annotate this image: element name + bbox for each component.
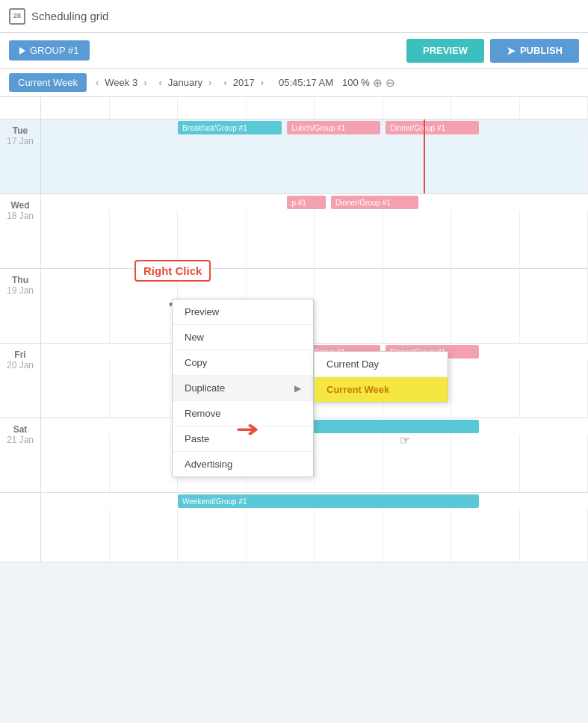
- breakfast-bar-tue[interactable]: Breakfast/Group #1: [178, 121, 282, 134]
- lunch-bar-tue[interactable]: Lunch/Group #1: [287, 121, 380, 134]
- zoom-group: 100 % ⊕ ⊖: [342, 76, 395, 90]
- weekend-bar-sun[interactable]: Weekend/Group #1: [178, 494, 479, 508]
- day-row-sun: Weekend/Group #1: [0, 493, 588, 562]
- header-cell-5: [315, 97, 383, 119]
- header-cell-3: [178, 97, 247, 119]
- group-triangle-icon: [19, 47, 25, 55]
- day-cells-sat[interactable]: Weekend/Group #1: [41, 418, 588, 492]
- meal-bars-tue: Breakfast/Group #1 Lunch/Group #1 Dinner…: [41, 121, 588, 136]
- year-nav: ‹ 2017 ›: [220, 75, 267, 90]
- scheduling-grid: Tue 17 Jan Breakfast/Group #1 Lunch/Grou…: [0, 97, 588, 562]
- day-cells-sun[interactable]: Weekend/Group #1: [41, 493, 588, 562]
- meal-bars-sat: Weekend/Group #1: [41, 420, 588, 435]
- zoom-in-icon[interactable]: ⊕: [373, 76, 383, 90]
- month-next-arrow[interactable]: ›: [205, 75, 214, 90]
- meal-bars-sun: Weekend/Group #1: [41, 494, 588, 509]
- arrow-indicator: ➜: [235, 417, 259, 441]
- week-nav: ‹ Week 3 ›: [93, 75, 150, 90]
- week-prev-arrow[interactable]: ‹: [93, 75, 102, 90]
- time-cells-tue: [41, 136, 588, 193]
- day-label-wed: Wed 18 Jan: [0, 194, 41, 268]
- day-cells-wed[interactable]: p #1 Dinner/Group #1: [41, 194, 588, 268]
- zoom-out-icon[interactable]: ⊖: [386, 76, 395, 90]
- day-label-fri: Fri 20 Jan: [0, 344, 41, 418]
- dinner-bar-tue[interactable]: Dinner/Group #1: [386, 121, 478, 134]
- page-title: 28 Scheduling grid: [9, 8, 108, 25]
- day-cells-thu[interactable]: [41, 269, 588, 343]
- calendar-icon: 28: [9, 8, 25, 25]
- context-item-duplicate[interactable]: Duplicate ▶: [173, 376, 313, 401]
- submenu-item-current-day[interactable]: Current Day: [315, 352, 448, 377]
- partial-bar-wed[interactable]: p #1: [287, 196, 325, 209]
- header-cell-7: [451, 97, 520, 119]
- duplicate-submenu: Current Day Current Week: [314, 351, 448, 403]
- day-row-wed: Wed 18 Jan p #1 Dinner/Group #1: [0, 194, 588, 269]
- nav-bar: Current Week ‹ Week 3 › ‹ January › ‹ 20…: [0, 69, 588, 97]
- publish-arrow-icon: ➤: [507, 45, 516, 57]
- year-prev-arrow[interactable]: ‹: [220, 75, 229, 90]
- label-col-header: [0, 97, 41, 119]
- right-click-label: Right Click: [134, 260, 211, 282]
- grid-header: [0, 97, 588, 120]
- day-label-sun: [0, 493, 41, 562]
- week-next-arrow[interactable]: ›: [140, 75, 149, 90]
- header-cells: [41, 97, 588, 119]
- context-item-new[interactable]: New: [173, 325, 313, 350]
- header-cell-6: [383, 97, 452, 119]
- context-item-preview[interactable]: Preview: [173, 300, 313, 325]
- time-cells-thu: [41, 269, 588, 343]
- duplicate-arrow-icon: ▶: [294, 383, 301, 394]
- context-item-copy[interactable]: Copy: [173, 350, 313, 376]
- time-cells-sat: [41, 435, 588, 492]
- context-menu: Preview New Copy Duplicate ▶ Remove Past…: [172, 299, 314, 477]
- day-label-thu: Thu 19 Jan: [0, 269, 41, 343]
- publish-button[interactable]: ➤ PUBLISH: [490, 39, 579, 63]
- month-nav: ‹ January ›: [156, 75, 215, 90]
- meal-bars-wed: p #1 Dinner/Group #1: [41, 196, 588, 211]
- context-item-advertising[interactable]: Advertising: [173, 452, 313, 477]
- month-prev-arrow[interactable]: ‹: [156, 75, 165, 90]
- toolbar-right: PREVIEW ➤ PUBLISH: [406, 39, 579, 63]
- header-cell-8: [520, 97, 589, 119]
- day-row-tue: Tue 17 Jan Breakfast/Group #1 Lunch/Grou…: [0, 120, 588, 194]
- top-bar: 28 Scheduling grid: [0, 0, 588, 33]
- day-cells-tue[interactable]: Breakfast/Group #1 Lunch/Group #1 Dinner…: [41, 120, 588, 193]
- submenu-item-current-week[interactable]: Current Week: [315, 377, 448, 402]
- time-display: 05:45:17 AM: [279, 77, 333, 88]
- day-label-sat: Sat 21 Jan: [0, 418, 41, 492]
- header-cell-2: [110, 97, 179, 119]
- day-label-tue: Tue 17 Jan: [0, 120, 41, 193]
- header-cell-1: [41, 97, 110, 119]
- dinner-bar-wed[interactable]: Dinner/Group #1: [331, 196, 418, 209]
- current-week-button[interactable]: Current Week: [9, 73, 87, 92]
- time-cells-sun: [41, 509, 588, 562]
- current-time-line: [424, 120, 425, 193]
- preview-button[interactable]: PREVIEW: [406, 39, 484, 63]
- year-next-arrow[interactable]: ›: [258, 75, 267, 90]
- submenu-cursor-icon: ☞: [400, 433, 410, 447]
- time-cells-wed: [41, 211, 588, 268]
- header-cell-4: [247, 97, 315, 119]
- group-button[interactable]: GROUP #1: [9, 40, 90, 60]
- toolbar: GROUP #1 PREVIEW ➤ PUBLISH: [0, 33, 588, 69]
